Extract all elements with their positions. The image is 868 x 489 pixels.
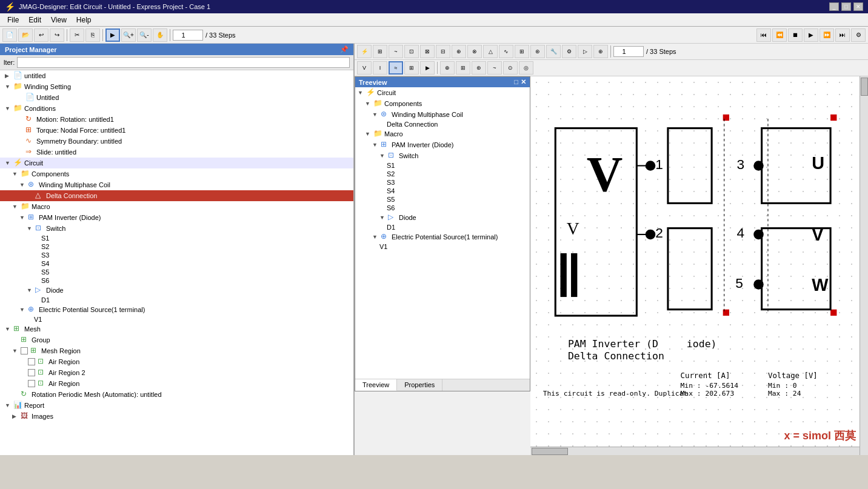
tv-expand-icon[interactable]: □ (514, 78, 518, 86)
play-back-button[interactable]: ⏮ (756, 28, 771, 42)
tree-item-pam[interactable]: ▼ ⊞ PAM Inverter (Diode) (0, 212, 353, 223)
tree-item-conditions[interactable]: ▼ 📁 Conditions (0, 103, 353, 114)
checkbox-air-region[interactable] (28, 358, 35, 365)
panel-pin-icon[interactable]: 📌 (340, 45, 349, 53)
cc-4[interactable]: ⊞ (404, 61, 419, 75)
cb-10[interactable]: ∿ (499, 45, 513, 58)
tv-item-components[interactable]: ▼ 📁 Components (355, 98, 530, 109)
cb-3[interactable]: ~ (389, 45, 403, 58)
cb-9[interactable]: △ (483, 45, 498, 58)
cc-7[interactable]: ⊞ (456, 61, 470, 75)
cut-button[interactable]: ✂ (70, 28, 84, 42)
play-end-button[interactable]: ⏭ (835, 28, 850, 42)
cb-12[interactable]: ⊛ (530, 45, 545, 58)
play-button[interactable]: ▶ (804, 28, 818, 42)
tree-item-s5[interactable]: S5 (0, 268, 353, 276)
menu-file[interactable]: File (2, 15, 24, 25)
tree-item-mesh[interactable]: ▼ ⊞ Mesh (0, 324, 353, 334)
step-forward-button[interactable]: ⏩ (820, 28, 834, 42)
scroll-thumb-h[interactable] (532, 448, 568, 455)
cc-10[interactable]: ⊙ (503, 61, 518, 75)
copy-button[interactable]: ⎘ (85, 28, 100, 42)
tree-item-s6[interactable]: S6 (0, 276, 353, 285)
cc-8[interactable]: ⊛ (472, 61, 486, 75)
tree-item-motion[interactable]: ↻ Motion: Rotation: untitled1 (0, 114, 353, 125)
canvas-area[interactable]: V V (530, 76, 868, 455)
bottom-scrollbar[interactable] (530, 447, 860, 455)
tree-item-symmetry[interactable]: ∿ Symmetry Boundary: untitled (0, 136, 353, 147)
tv-item-diode[interactable]: ▼ ▷ Diode (355, 212, 530, 223)
tv-d1[interactable]: D1 (355, 223, 530, 231)
tree-item-untitled[interactable]: ▶ 📄 untitled (0, 70, 353, 81)
tree-item-d1[interactable]: D1 (0, 296, 353, 304)
tv-item-switch[interactable]: ▼ ⊡ Switch (355, 150, 530, 161)
tree-item-air-region-3[interactable]: ⊡ Air Region (0, 378, 353, 389)
tree-item-group[interactable]: ⊞ Group (0, 334, 353, 345)
tv-item-macro[interactable]: ▼ 📁 Macro (355, 128, 530, 139)
tree-item-s1[interactable]: S1 (0, 234, 353, 242)
tree-item-mesh-region[interactable]: ▼ ⊞ Mesh Region (0, 345, 353, 356)
cb-5[interactable]: ⊠ (420, 45, 435, 58)
tree-item-air-region[interactable]: ⊡ Air Region (0, 356, 353, 367)
step-back-button[interactable]: ⏪ (772, 28, 787, 42)
tree-item-s4[interactable]: S4 (0, 259, 353, 268)
cc-2[interactable]: I (373, 61, 387, 75)
tv-s1[interactable]: S1 (355, 161, 530, 170)
tree-item-air-region-2[interactable]: ⊡ Air Region 2 (0, 367, 353, 378)
menu-edit[interactable]: Edit (24, 15, 46, 25)
new-button[interactable]: 📄 (2, 28, 17, 42)
tree-item-delta[interactable]: △ Delta Connection (0, 190, 353, 201)
tree-item-eps[interactable]: ▼ ⊕ Electric Potential Source(1 terminal… (0, 304, 353, 315)
redo-button[interactable]: ↪ (50, 28, 64, 42)
cc-3[interactable]: ≈ (389, 61, 403, 75)
tv-item-eps[interactable]: ▼ ⊕ Electric Potential Source(1 terminal… (355, 231, 530, 242)
circuit-step-input[interactable] (613, 46, 644, 57)
cc-1[interactable]: V (357, 61, 372, 75)
tree-item-torque[interactable]: ⊞ Torque: Nodal Force: untitled1 (0, 125, 353, 136)
right-scrollbar[interactable] (860, 76, 868, 455)
tree-item-switch[interactable]: ▼ ⊡ Switch (0, 223, 353, 234)
tree-item-winding-coil[interactable]: ▼ ⊛ Winding Multiphase Coil (0, 179, 353, 190)
filter-input[interactable] (17, 57, 350, 68)
tv-item-circuit[interactable]: ▼ ⚡ Circuit (355, 87, 530, 98)
tree-item-v1[interactable]: V1 (0, 315, 353, 324)
tv-s3[interactable]: S3 (355, 178, 530, 187)
tree-item-diode[interactable]: ▼ ▷ Diode (0, 285, 353, 296)
zoom-out-button[interactable]: 🔍- (137, 28, 152, 42)
tv-item-delta[interactable]: Delta Connection (355, 120, 530, 128)
undo-button[interactable]: ↩ (34, 28, 48, 42)
tab-treeview[interactable]: Treeview (355, 379, 397, 391)
checkbox-air-region-3[interactable] (28, 380, 35, 387)
tree-item-rotation[interactable]: ↻ Rotation Periodic Mesh (Automatic): un… (0, 389, 353, 400)
settings-button[interactable]: ⚙ (851, 28, 866, 42)
pan-button[interactable]: ✋ (153, 28, 167, 42)
tv-s5[interactable]: S5 (355, 195, 530, 204)
cb-6[interactable]: ⊟ (436, 45, 450, 58)
checkbox-mesh-region[interactable] (21, 347, 28, 354)
tree-item-report[interactable]: ▼ 📊 Report (0, 400, 353, 411)
tv-s4[interactable]: S4 (355, 187, 530, 195)
menu-help[interactable]: Help (72, 15, 96, 25)
minimize-button[interactable]: _ (829, 2, 839, 11)
tree-item-s3[interactable]: S3 (0, 251, 353, 259)
tv-s2[interactable]: S2 (355, 170, 530, 178)
cb-2[interactable]: ⊞ (373, 45, 387, 58)
tree-item-winding-setting[interactable]: ▼ 📁 Winding Setting (0, 81, 353, 92)
tree-item-images[interactable]: ▶ 🖼 Images (0, 411, 353, 422)
cb-13[interactable]: 🔧 (546, 45, 561, 58)
tv-v1[interactable]: V1 (355, 242, 530, 251)
cb-7[interactable]: ⊕ (452, 45, 466, 58)
tree-item-circuit[interactable]: ▼ ⚡ Circuit (0, 158, 353, 168)
tree-item-macro[interactable]: ▼ 📁 Macro (0, 201, 353, 212)
cb-11[interactable]: ⊞ (515, 45, 529, 58)
cb-1[interactable]: ⚡ (357, 45, 372, 58)
cb-14[interactable]: ⚙ (562, 45, 576, 58)
cc-9[interactable]: ~ (487, 61, 502, 75)
cb-16[interactable]: ⊕ (593, 45, 608, 58)
tv-s6[interactable]: S6 (355, 204, 530, 212)
tv-close-icon[interactable]: ✕ (521, 78, 526, 86)
tree-item-s2[interactable]: S2 (0, 242, 353, 251)
cc-6[interactable]: ⊕ (440, 61, 455, 75)
stop-button[interactable]: ⏹ (788, 28, 803, 42)
tree-item-slide[interactable]: ⇒ Slide: untitled (0, 147, 353, 158)
